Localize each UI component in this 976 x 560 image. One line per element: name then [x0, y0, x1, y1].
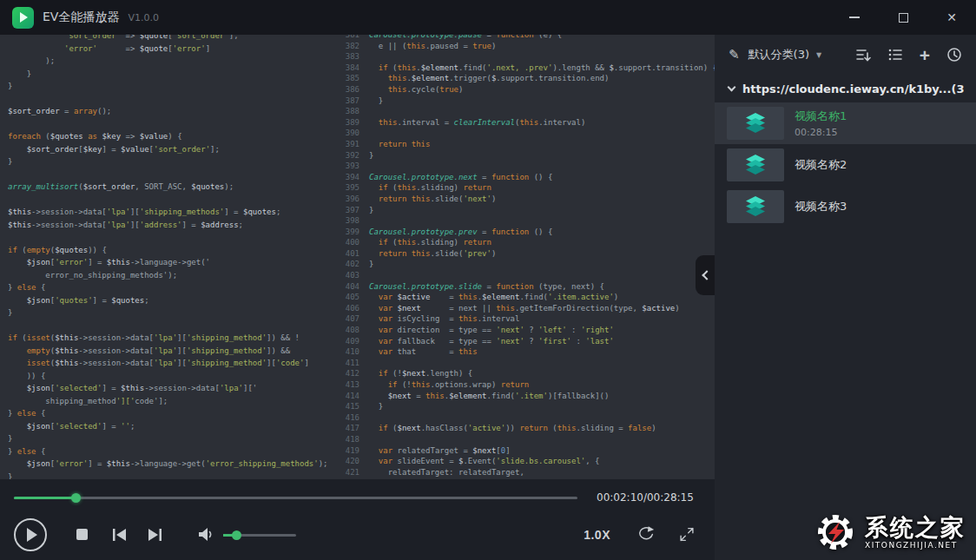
video-title: 视频名称3 [795, 199, 847, 214]
minimize-icon [849, 16, 860, 18]
volume-button[interactable] [197, 527, 214, 542]
fullscreen-button[interactable] [678, 526, 696, 543]
category-dropdown[interactable]: 默认分类(3) ▼ [748, 47, 822, 63]
edit-category-icon[interactable]: ✎ [729, 47, 740, 63]
toolbar-icons: + [855, 46, 962, 64]
loop-icon [636, 526, 656, 543]
volume-icon [197, 527, 214, 542]
seek-track[interactable] [14, 497, 577, 499]
chevron-down-icon [728, 83, 736, 92]
add-video-button[interactable]: + [920, 46, 930, 64]
encrypted-video-icon [744, 113, 767, 134]
play-icon [27, 528, 37, 542]
buttons-row: 1.0X [0, 516, 715, 560]
sort-order-button[interactable] [855, 47, 871, 63]
previous-button[interactable] [112, 528, 128, 542]
close-icon: ✕ [946, 11, 957, 23]
playlist: 视频名称100:28:15视频名称2视频名称3 [715, 102, 976, 227]
code-right-lines: 381Carousel.prototype.pause = function (… [339, 35, 715, 479]
playlist-sidebar: ✎ 默认分类(3) ▼ [715, 35, 976, 560]
code-column-right: 381Carousel.prototype.pause = function (… [339, 35, 715, 479]
speed-button[interactable]: 1.0X [584, 528, 610, 542]
playlist-group-row[interactable]: https://cloudenc.ieway.cn/k1by...(3) [715, 75, 976, 102]
video-thumbnail [727, 107, 784, 140]
video-title: 视频名称2 [795, 157, 847, 173]
loop-button[interactable] [636, 526, 656, 543]
sort-order-icon [855, 47, 871, 63]
video-thumbnail [727, 148, 784, 181]
play-button[interactable] [14, 518, 47, 551]
video-duration: 00:28:15 [795, 127, 847, 138]
control-bar: 00:02:10/00:28:15 [0, 479, 715, 560]
plus-icon: + [920, 46, 930, 64]
volume-handle[interactable] [232, 530, 241, 540]
fullscreen-icon [678, 526, 696, 543]
video-display[interactable]: 'sort_order' => $quote['sort_order'], 'e… [0, 35, 715, 479]
category-label: 默认分类(3) [748, 47, 809, 63]
titlebar: EV全能播放器 V1.0.0 ✕ [0, 0, 976, 35]
playlist-item[interactable]: 视频名称3 [715, 186, 976, 227]
minimize-button[interactable] [830, 0, 879, 35]
encrypted-video-icon [744, 155, 767, 175]
maximize-icon [899, 13, 908, 23]
progress-row: 00:02:10/00:28:15 [0, 479, 715, 516]
chevron-left-icon [702, 270, 711, 280]
code-left-lines: 'sort_order' => $quote['sort_order'], 'e… [8, 35, 339, 479]
player-region: 'sort_order' => $quote['sort_order'], 'e… [0, 35, 715, 560]
playlist-item[interactable]: 视频名称100:28:15 [715, 102, 976, 144]
next-icon [147, 528, 162, 542]
list-view-icon [887, 47, 903, 63]
volume-slider[interactable] [223, 529, 296, 541]
window-controls: ✕ [830, 0, 976, 35]
next-button[interactable] [147, 528, 162, 542]
collapse-sidebar-button[interactable] [696, 255, 715, 295]
code-column-left: 'sort_order' => $quote['sort_order'], 'e… [0, 35, 339, 479]
previous-icon [112, 528, 128, 542]
stop-button[interactable] [76, 529, 88, 540]
caret-down-icon: ▼ [816, 51, 821, 59]
time-display: 00:02:10/00:28:15 [597, 491, 694, 504]
playlist-item[interactable]: 视频名称2 [715, 144, 976, 186]
app-logo-icon [12, 7, 34, 29]
clock-icon [946, 47, 962, 63]
history-button[interactable] [946, 47, 962, 63]
playlist-group-url: https://cloudenc.ieway.cn/k1by...(3) [742, 82, 964, 96]
seek-fill [14, 497, 76, 499]
app-title: EV全能播放器 [43, 10, 119, 25]
video-title: 视频名称1 [795, 109, 847, 124]
seek-handle[interactable] [71, 493, 81, 503]
stop-icon [76, 529, 88, 540]
close-button[interactable]: ✕ [927, 0, 976, 35]
seek-slider[interactable] [14, 491, 577, 504]
app-version: V1.0.0 [128, 12, 159, 23]
video-thumbnail [727, 190, 784, 223]
encrypted-video-icon [744, 196, 767, 217]
maximize-button[interactable] [879, 0, 927, 35]
ev-player-window: EV全能播放器 V1.0.0 ✕ 'sort_order' => $quote[… [0, 0, 976, 560]
view-mode-button[interactable] [887, 47, 903, 63]
sidebar-toolbar: ✎ 默认分类(3) ▼ [715, 35, 976, 75]
